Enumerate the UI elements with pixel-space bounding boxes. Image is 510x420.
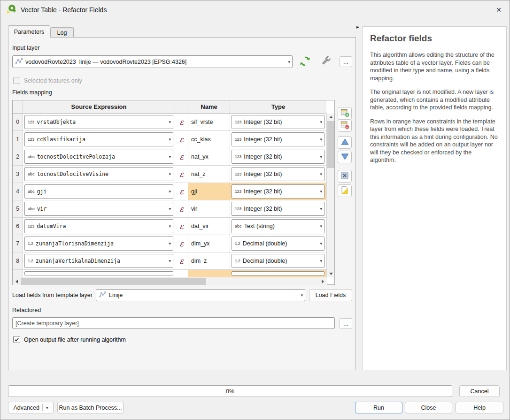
source-expression-select[interactable]: 123 vrstaObjekta ▾ — [24, 115, 173, 129]
row-number-cell[interactable]: 1 — [13, 131, 23, 148]
name-cell[interactable] — [188, 270, 230, 277]
close-button[interactable]: Close — [405, 402, 452, 413]
add-field-button[interactable] — [338, 107, 352, 120]
expression-button[interactable]: ε — [175, 131, 188, 148]
type-select[interactable]: 123 Integer (32 bit) ▾ — [232, 132, 325, 146]
row-number-cell[interactable]: 0 — [13, 114, 23, 131]
scroll-right-icon[interactable] — [319, 277, 327, 285]
window-title: Vector Table - Refactor Fields — [21, 6, 107, 14]
name-cell[interactable]: nat_yx — [188, 148, 230, 166]
name-cell[interactable]: vir — [188, 200, 230, 218]
horizontal-scrollbar-thumb[interactable] — [21, 278, 206, 285]
field-name-value: gji — [191, 188, 197, 195]
name-cell[interactable]: cc_klas — [188, 131, 230, 148]
type-select[interactable]: 123 Integer (32 bit) ▾ — [232, 202, 325, 216]
row-number-cell[interactable]: 4 — [13, 183, 23, 200]
source-expression-select[interactable]: 123 datumVira ▾ — [24, 219, 173, 233]
input-layer-select[interactable]: vodovodRovte2023_linije — vodovodRovte20… — [12, 55, 293, 68]
help-button[interactable]: Help — [456, 402, 503, 413]
row-number-cell[interactable]: 3 — [13, 166, 23, 183]
table-row: 3 abc tocnostDolocitveVisine ▾ ε nat_z 1… — [13, 166, 326, 183]
advanced-options-button[interactable] — [319, 55, 332, 68]
tab-log[interactable]: Log — [50, 27, 74, 38]
expression-button[interactable]: ε — [175, 200, 188, 217]
source-expression-select[interactable] — [24, 271, 173, 275]
row-number-cell[interactable]: 5 — [13, 200, 23, 218]
move-field-up-button[interactable] — [338, 136, 352, 149]
row-number-cell[interactable]: 7 — [13, 235, 23, 252]
expression-cell: ε — [175, 218, 188, 235]
expression-button[interactable]: ε — [175, 166, 188, 183]
field-type-value: Integer (32 bit) — [244, 136, 282, 143]
vertical-scrollbar[interactable] — [326, 114, 334, 277]
name-cell[interactable]: dat_vir — [188, 218, 230, 235]
type-select[interactable]: 1.2 Decimal (double) ▾ — [232, 237, 325, 251]
name-cell[interactable]: gji — [188, 183, 230, 200]
table-row: 6 123 datumVira ▾ ε dat_vir abc Text (st… — [13, 218, 326, 235]
expression-button[interactable]: ε — [175, 252, 188, 269]
expression-button[interactable]: ε — [175, 235, 188, 252]
source-expression-select[interactable]: abc tocnostDolocitvePolozaja ▾ — [24, 150, 173, 164]
scroll-down-icon[interactable] — [327, 270, 335, 277]
expression-button[interactable]: ε — [175, 114, 188, 130]
source-expression-select[interactable]: 1.2 zunanjaTlorisnaDimenzija ▾ — [24, 237, 173, 251]
table-minus-icon — [340, 120, 350, 131]
horizontal-scrollbar[interactable] — [13, 277, 327, 285]
reset-fields-button[interactable] — [338, 184, 352, 197]
delete-field-button[interactable] — [338, 119, 352, 132]
open-output-checkbox[interactable]: Open output file after running algorithm — [13, 336, 126, 343]
name-cell[interactable]: dim_z — [188, 252, 230, 270]
type-select[interactable]: 1.2 Decimal (double) ▾ — [232, 254, 325, 268]
name-cell[interactable]: sif_vrste — [188, 114, 230, 131]
scroll-left-icon[interactable] — [13, 277, 21, 285]
table-row: 5 abc vir ▾ ε vir 123 Integer (32 bit) ▾ — [13, 200, 326, 218]
type-select[interactable]: 123 Integer (32 bit) ▾ — [232, 150, 325, 164]
expression-button[interactable]: ε — [175, 148, 188, 165]
selected-features-checkbox[interactable]: Selected features only — [13, 77, 82, 84]
field-name-value: dat_vir — [191, 223, 209, 229]
type-select[interactable]: 123 Integer (32 bit) ▾ — [232, 167, 325, 181]
delete-all-fields-button[interactable] — [338, 170, 352, 183]
advanced-button[interactable]: Advanced ▾ — [8, 402, 54, 413]
source-expression-select[interactable]: abc gji ▾ — [24, 184, 173, 199]
expression-button[interactable]: ε — [175, 218, 188, 235]
type-select[interactable] — [232, 271, 325, 275]
cancel-button[interactable]: Cancel — [459, 385, 500, 397]
source-expression-select[interactable]: abc tocnostDolocitveVisine ▾ — [24, 167, 173, 181]
name-cell[interactable]: dim_yx — [188, 235, 230, 252]
row-number-cell[interactable]: 2 — [13, 148, 23, 166]
source-expression-select[interactable]: 1.2 zunanjaVertikalnaDimenzija ▾ — [24, 254, 173, 268]
row-number: 3 — [16, 171, 19, 177]
refactored-browse-button[interactable]: … — [340, 318, 352, 329]
scroll-up-icon[interactable] — [327, 114, 335, 121]
iterate-over-layer-button[interactable] — [298, 55, 312, 69]
type-cell — [230, 270, 326, 277]
help-panel-collapse-arrow[interactable]: ▸ — [356, 24, 359, 30]
source-expression-select[interactable]: 123 ccKlasifikacija ▾ — [24, 132, 173, 146]
chevron-down-icon: ▾ — [169, 241, 171, 246]
field-type-icon: 1.2 — [28, 259, 33, 263]
input-layer-browse-button[interactable]: … — [340, 56, 352, 67]
type-cell: abc Text (string) ▾ — [230, 218, 326, 235]
tab-parameters[interactable]: Parameters — [8, 25, 50, 38]
row-number-cell[interactable]: 6 — [13, 218, 23, 235]
arrow-up-icon — [340, 137, 349, 148]
window-close-button[interactable]: ✕ — [488, 0, 510, 19]
vertical-scrollbar-thumb[interactable] — [327, 121, 334, 168]
type-select[interactable]: 123 Integer (32 bit) ▾ — [232, 184, 325, 199]
source-expression-select[interactable]: abc vir ▾ — [24, 202, 173, 216]
source-expression-cell: 1.2 zunanjaTlorisnaDimenzija ▾ — [23, 235, 175, 252]
row-number-cell[interactable] — [13, 270, 23, 277]
load-fields-button[interactable]: Load Fields — [309, 289, 352, 301]
open-output-label: Open output file after running algorithm — [24, 336, 126, 343]
move-field-down-button[interactable] — [338, 151, 352, 163]
template-layer-select[interactable]: Linije ▾ — [96, 289, 305, 301]
run-button[interactable]: Run — [355, 402, 402, 413]
type-select[interactable]: abc Text (string) ▾ — [232, 219, 325, 233]
run-as-batch-button[interactable]: Run as Batch Process... — [57, 402, 124, 413]
name-cell[interactable]: nat_z — [188, 166, 230, 183]
row-number-cell[interactable]: 8 — [13, 252, 23, 270]
expression-button[interactable]: ε — [175, 183, 188, 200]
type-select[interactable]: 123 Integer (32 bit) ▾ — [232, 115, 325, 129]
refactored-output-input[interactable] — [12, 317, 335, 329]
